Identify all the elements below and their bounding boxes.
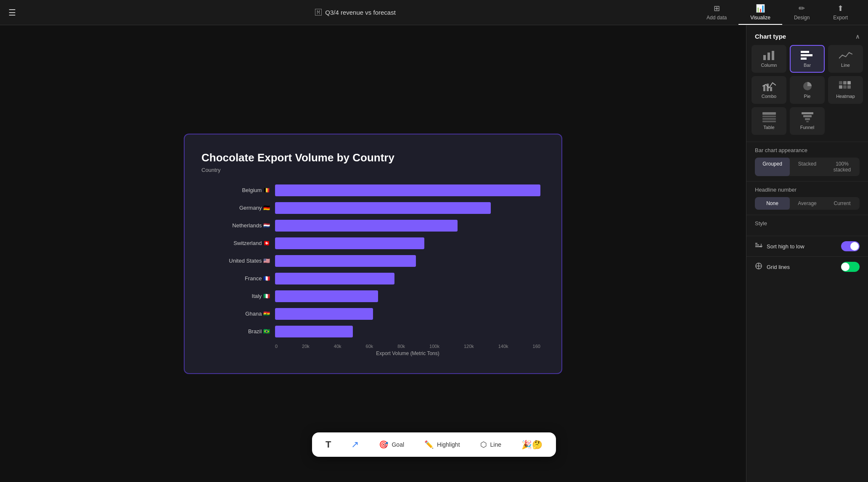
chart-type-grid: Column Bar Line xyxy=(746,45,868,142)
toggle-100-stacked[interactable]: 100% stacked xyxy=(825,158,860,176)
sort-toggle[interactable] xyxy=(841,241,860,251)
topnav-actions: ⊞ Add data 📊 Visualize ✏ Design ⬆ Export xyxy=(695,0,860,25)
bar-track[interactable] xyxy=(275,202,540,214)
topnav-visualize[interactable]: 📊 Visualize xyxy=(738,0,782,25)
bar-label: Bar xyxy=(804,63,811,68)
toggle-average[interactable]: Average xyxy=(790,197,825,210)
toggle-none[interactable]: None xyxy=(755,197,790,210)
bar-fill xyxy=(275,237,424,249)
svg-rect-25 xyxy=(755,245,759,245)
x-tick-label: 60k xyxy=(366,344,373,349)
svg-rect-14 xyxy=(843,85,847,89)
topnav-export[interactable]: ⬆ Export xyxy=(821,0,860,25)
line-label: Line xyxy=(490,441,501,448)
topnav-add-data[interactable]: ⊞ Add data xyxy=(695,0,738,25)
bar-track[interactable] xyxy=(275,290,540,302)
bar-row: Belgium 🇧🇪 xyxy=(201,182,540,199)
svg-rect-13 xyxy=(839,85,842,89)
chart-type-heatmap[interactable]: Heatmap xyxy=(828,76,863,104)
grid-lines-label: Grid lines xyxy=(767,264,790,270)
column-label: Column xyxy=(761,63,777,68)
svg-rect-20 xyxy=(802,112,813,114)
svg-rect-12 xyxy=(847,81,851,84)
chart-type-column[interactable]: Column xyxy=(752,45,786,73)
toolbar-line[interactable]: ⬡ Line xyxy=(475,437,506,452)
chart-type-combo[interactable]: Combo xyxy=(752,76,786,104)
bar-track[interactable] xyxy=(275,220,540,232)
bar-fill xyxy=(275,184,540,196)
text-icon: T xyxy=(326,439,331,450)
export-icon: ⬆ xyxy=(837,4,844,13)
bar-appearance-toggle: Grouped Stacked 100% stacked xyxy=(755,158,860,176)
x-tick-label: 100k xyxy=(429,344,439,349)
x-tick-label: 140k xyxy=(498,344,508,349)
x-tick-label: 120k xyxy=(464,344,474,349)
svg-rect-3 xyxy=(801,51,809,53)
export-label: Export xyxy=(833,15,848,21)
svg-rect-15 xyxy=(847,85,851,89)
toolbar-special[interactable]: 🎉🤔 xyxy=(516,437,548,452)
bar-fill xyxy=(275,273,394,284)
topnav-title: 🄼 Q3/4 revenue vs forecast xyxy=(315,9,396,16)
x-tick-label: 20k xyxy=(302,344,310,349)
arrow-icon: ↗ xyxy=(351,439,359,450)
toolbar-arrow[interactable]: ↗ xyxy=(346,437,364,453)
chart-type-funnel[interactable]: Funnel xyxy=(790,107,825,135)
bar-chart: Belgium 🇧🇪Germany 🇩🇪Netherlands 🇳🇱Switze… xyxy=(201,182,540,340)
toggle-stacked[interactable]: Stacked xyxy=(790,158,825,176)
bar-chart-icon xyxy=(801,50,814,60)
bar-label: Italy 🇮🇹 xyxy=(201,293,275,299)
svg-rect-21 xyxy=(803,115,812,117)
topnav-left: ☰ xyxy=(8,8,16,18)
bar-track[interactable] xyxy=(275,308,540,320)
chart-type-bar[interactable]: Bar xyxy=(790,45,825,73)
svg-rect-11 xyxy=(843,81,847,84)
bar-appearance-title: Bar chart appearance xyxy=(755,147,860,153)
chart-type-table[interactable]: Table xyxy=(752,107,786,135)
bar-track[interactable] xyxy=(275,273,540,284)
bar-track[interactable] xyxy=(275,255,540,267)
canvas: Chocolate Export Volume by Country Count… xyxy=(0,25,746,482)
toolbar-highlight[interactable]: ✏️ Highlight xyxy=(419,437,465,452)
bar-fill xyxy=(275,326,353,337)
x-tick-label: 0 xyxy=(275,344,278,349)
svg-rect-18 xyxy=(762,118,776,120)
bar-track[interactable] xyxy=(275,326,540,337)
hamburger-icon[interactable]: ☰ xyxy=(8,8,16,18)
svg-rect-4 xyxy=(801,54,812,56)
grid-label-group: Grid lines xyxy=(755,262,790,271)
bar-label: United States 🇺🇸 xyxy=(201,258,275,264)
chart-type-pie[interactable]: Pie xyxy=(790,76,825,104)
topnav-design[interactable]: ✏ Design xyxy=(782,0,821,25)
visualize-label: Visualize xyxy=(750,15,770,21)
bar-label: Brazil 🇧🇷 xyxy=(201,328,275,335)
chart-y-label: Country xyxy=(201,167,540,173)
page-title: Q3/4 revenue vs forecast xyxy=(325,9,396,16)
visualize-icon: 📊 xyxy=(756,4,765,13)
x-tick-label: 160 xyxy=(533,344,540,349)
topnav: ☰ 🄼 Q3/4 revenue vs forecast ⊞ Add data … xyxy=(0,0,868,25)
svg-rect-5 xyxy=(801,58,807,60)
headline-title: Headline number xyxy=(755,187,860,193)
bar-fill xyxy=(275,255,416,267)
svg-rect-6 xyxy=(763,85,765,91)
bar-track[interactable] xyxy=(275,237,540,249)
chart-type-line[interactable]: Line xyxy=(828,45,863,73)
toggle-current[interactable]: Current xyxy=(825,197,860,210)
toggle-grouped[interactable]: Grouped xyxy=(755,158,790,176)
bar-track[interactable] xyxy=(275,184,540,196)
svg-rect-2 xyxy=(772,51,774,60)
combo-label: Combo xyxy=(762,94,776,99)
bar-fill xyxy=(275,290,378,302)
grid-toggle[interactable] xyxy=(841,262,860,272)
bar-row: Italy 🇮🇹 xyxy=(201,287,540,305)
bar-label: Belgium 🇧🇪 xyxy=(201,187,275,193)
bar-appearance-section: Bar chart appearance Grouped Stacked 100… xyxy=(746,142,868,181)
x-axis: 020k40k60k80k100k120k140k160 xyxy=(275,344,540,349)
svg-rect-26 xyxy=(755,246,761,247)
toolbar-goal[interactable]: 🎯 Goal xyxy=(374,437,409,452)
toolbar-text[interactable]: T xyxy=(320,437,336,453)
bar-row: France 🇫🇷 xyxy=(201,270,540,287)
bar-label: Switzerland 🇨🇭 xyxy=(201,240,275,246)
chevron-up-icon[interactable]: ∧ xyxy=(855,33,860,40)
